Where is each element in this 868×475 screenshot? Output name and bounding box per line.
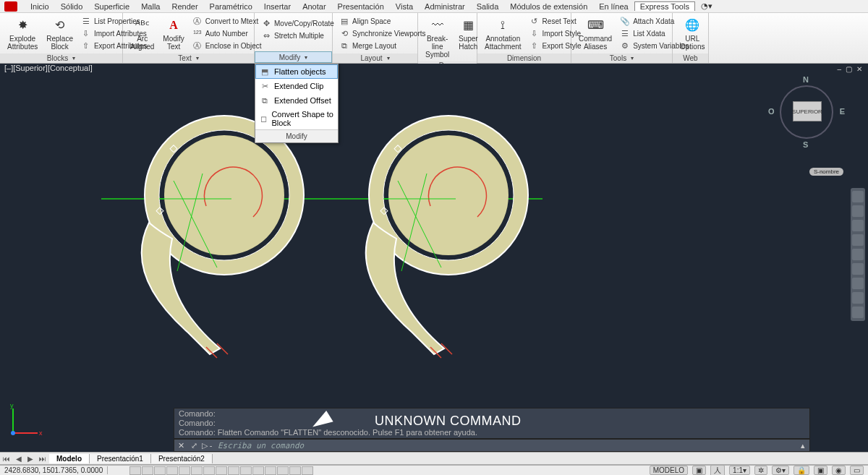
dyn-toggle[interactable] (228, 466, 239, 475)
ducs-toggle[interactable] (216, 466, 227, 475)
status-anno-vis-icon[interactable]: ✲ (754, 466, 767, 475)
menu-render[interactable]: Render (166, 2, 203, 11)
enclose-object-button[interactable]: ⒶEnclose in Object (190, 40, 264, 51)
grid-toggle[interactable] (142, 466, 153, 475)
model-space-button[interactable]: MODELO (650, 466, 688, 475)
status-layer-icon[interactable]: ▣ (692, 466, 706, 475)
menu-modulos[interactable]: Módulos de extensión (504, 2, 593, 11)
snombre-badge[interactable]: S-nombre (809, 168, 843, 176)
viewport-label[interactable]: [–][Superior][Conceptual] (4, 64, 93, 72)
menu-anotar[interactable]: Anotar (297, 2, 331, 11)
command-options-icon[interactable]: ⤢ (187, 440, 200, 451)
zoom-button[interactable] (852, 220, 864, 231)
command-aliases-button[interactable]: ⌨CommandAliases (574, 14, 616, 52)
viewcube-west[interactable]: O (768, 107, 775, 116)
tab-nav-last[interactable]: ⏭ (36, 455, 49, 463)
viewcube-east[interactable]: E (840, 107, 845, 116)
tab-presentacion1[interactable]: Presentación1 (90, 454, 151, 463)
annotation-scale[interactable]: 1:1▾ (729, 466, 750, 475)
app-icon[interactable] (4, 1, 17, 12)
menu-malla[interactable]: Malla (135, 2, 166, 11)
status-workspace-icon[interactable]: ⚙▾ (772, 466, 789, 475)
otrack-toggle[interactable] (203, 466, 215, 475)
stretch-multiple-button[interactable]: ⇔Stretch Multiple (259, 30, 336, 41)
viewcube-north[interactable]: N (803, 75, 809, 84)
dropdown-extended-clip[interactable]: ✂Extended Clip (255, 79, 338, 93)
command-input[interactable]: Escriba un comando (213, 441, 796, 450)
menu-presentacion[interactable]: Presentación (332, 2, 390, 11)
menu-insertar[interactable]: Insertar (258, 2, 297, 11)
nav-extra-3[interactable] (852, 292, 864, 304)
replace-block-button[interactable]: ⟲ReplaceBlock (42, 14, 77, 52)
menu-superficie[interactable]: Superficie (88, 2, 135, 11)
align-space-button[interactable]: ▤Align Space (337, 15, 428, 27)
osnap-toggle[interactable] (179, 466, 190, 475)
breakline-button[interactable]: 〰Break-lineSymbol (421, 14, 454, 60)
convert-mtext-button[interactable]: ⒶConvert to Mtext (190, 15, 264, 27)
nav-wheel-button[interactable] (852, 191, 864, 202)
url-options-button[interactable]: 🌐URLOptions (676, 14, 709, 52)
pan-button[interactable] (852, 205, 864, 217)
ortho-toggle[interactable] (154, 466, 166, 475)
menu-parametrico[interactable]: Paramétrico (204, 2, 258, 11)
modify-text-button[interactable]: AModifyText (158, 14, 188, 52)
tab-nav-next[interactable]: ▶ (25, 455, 36, 463)
annotation-attachment-button[interactable]: ⟟AnnotationAttachment (480, 14, 526, 52)
am-toggle[interactable] (289, 466, 301, 475)
menu-inicio[interactable]: Inicio (25, 2, 55, 11)
auto-number-button[interactable]: ¹²³Auto Number (190, 27, 264, 39)
command-close-icon[interactable]: ✕ (174, 440, 187, 451)
nav-extra-1[interactable] (852, 263, 864, 275)
status-clean-icon[interactable]: ▭ (850, 466, 864, 475)
tab-model[interactable]: Modelo (49, 454, 90, 463)
viewcube-face[interactable]: SUPERIOR (793, 101, 822, 121)
viewcube-south[interactable]: S (803, 140, 808, 149)
nav-extra-4[interactable] (852, 307, 864, 318)
panel-title-blocks[interactable]: Blocks (0, 54, 122, 63)
menu-administrar[interactable]: Administrar (419, 2, 471, 11)
panel-title-text[interactable]: Text (123, 54, 254, 63)
move-copy-rotate-button[interactable]: ✥Move/Copy/Rotate (259, 17, 336, 29)
nav-extra-2[interactable] (852, 278, 864, 289)
dropdown-flatten[interactable]: ⬒Flatten objects (255, 64, 338, 79)
command-expand-icon[interactable]: ▴ (796, 440, 809, 451)
menu-express-tools[interactable]: Express Tools (634, 1, 695, 11)
panel-title-layout[interactable]: Layout (333, 54, 417, 63)
viewcube[interactable]: SUPERIOR N S E O (767, 72, 846, 152)
snap-toggle[interactable] (129, 466, 141, 475)
tab-presentacion2[interactable]: Presentación2 (151, 454, 213, 463)
dropdown-extended-offset[interactable]: ⧉Extended Offset (255, 93, 338, 108)
menu-extra-icon[interactable]: ◔▾ (695, 1, 718, 11)
minimize-icon[interactable]: – (837, 65, 841, 73)
orbit-button[interactable] (852, 234, 864, 246)
extra-toggle[interactable] (302, 466, 313, 475)
restore-icon[interactable]: ▢ (846, 65, 852, 73)
ucs-icon[interactable]: x y (7, 403, 43, 439)
3dosnap-toggle[interactable] (191, 466, 203, 475)
menu-enlinea[interactable]: En línea (593, 2, 634, 11)
lwt-toggle[interactable] (240, 466, 252, 475)
status-anno-icon[interactable]: 人 (710, 465, 725, 476)
tab-nav-prev[interactable]: ◀ (13, 455, 25, 463)
coordinates-readout[interactable]: 2428.6830, 1501.7365, 0.0000 (0, 466, 108, 474)
panel-title-tools[interactable]: Tools (571, 54, 672, 63)
tab-nav-first[interactable]: ⏮ (0, 455, 13, 463)
merge-layout-button[interactable]: ⧉Merge Layout (337, 40, 428, 51)
sc-toggle[interactable] (277, 466, 289, 475)
menu-salida[interactable]: Salida (471, 2, 505, 11)
menu-solido[interactable]: Sólido (55, 2, 89, 11)
status-isolate-icon[interactable]: ◉ (832, 466, 846, 475)
showmotion-button[interactable] (852, 249, 864, 260)
qp-toggle[interactable] (265, 466, 276, 475)
panel-title-modify[interactable]: Modify (255, 51, 332, 63)
menu-vista[interactable]: Vista (390, 2, 419, 11)
polar-toggle[interactable] (166, 466, 178, 475)
status-lock-icon[interactable]: 🔒 (793, 466, 809, 475)
close-icon[interactable]: ✕ (856, 65, 862, 73)
dropdown-convert-shape[interactable]: ◻Convert Shape to Block (255, 108, 338, 129)
explode-attributes-button[interactable]: ✸ExplodeAttributes (3, 14, 42, 52)
sync-viewports-button[interactable]: ⟲Synchronize Viewports (337, 27, 428, 39)
arc-aligned-button[interactable]: ᴬᴮᶜArcAligned (126, 14, 158, 52)
status-hardware-icon[interactable]: ▣ (814, 466, 827, 475)
tpy-toggle[interactable] (252, 466, 264, 475)
